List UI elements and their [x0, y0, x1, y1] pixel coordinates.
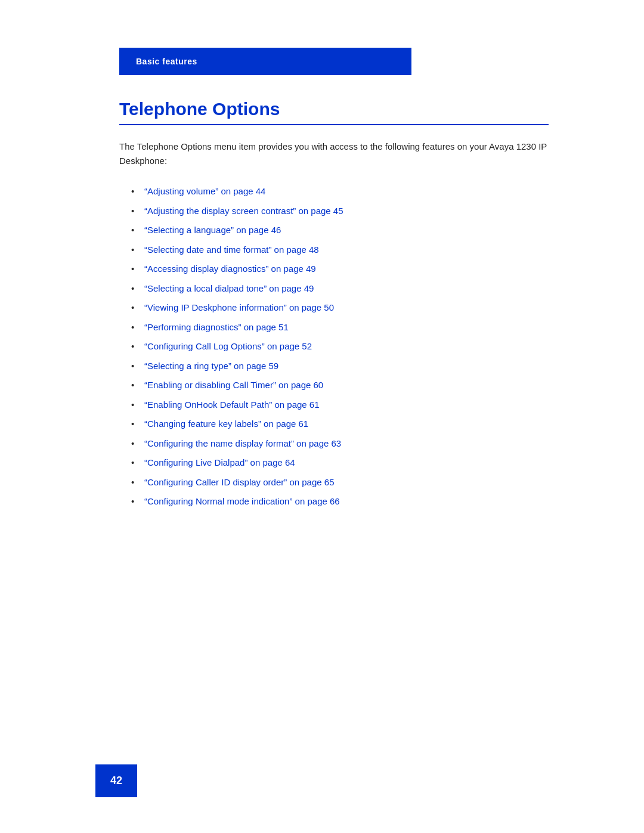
page-number-box: 42	[95, 764, 137, 797]
intro-text: The Telephone Options menu item provides…	[119, 140, 549, 168]
list-item-link[interactable]: “Configuring the name display format” on…	[144, 438, 341, 448]
list-item[interactable]: “Adjusting the display screen contrast” …	[131, 205, 549, 218]
list-item-link[interactable]: “Changing feature key labels” on page 61	[144, 419, 308, 429]
list-item-link[interactable]: “Viewing IP Deskphone information” on pa…	[144, 302, 334, 312]
list-item[interactable]: “Adjusting volume” on page 44	[131, 185, 549, 199]
list-item[interactable]: “Selecting a ring type” on page 59	[131, 360, 549, 373]
header-banner-text: Basic features	[136, 57, 197, 66]
list-item-link[interactable]: “Configuring Call Log Options” on page 5…	[144, 341, 312, 351]
list-item[interactable]: “Enabling OnHook Default Path” on page 6…	[131, 398, 549, 412]
list-item-link[interactable]: “Adjusting the display screen contrast” …	[144, 206, 343, 216]
list-item[interactable]: “Performing diagnostics” on page 51	[131, 321, 549, 335]
list-item-link[interactable]: “Configuring Normal mode indication” on …	[144, 496, 340, 506]
bullet-list: “Adjusting volume” on page 44“Adjusting …	[119, 185, 549, 509]
list-item[interactable]: “Configuring the name display format” on…	[131, 437, 549, 451]
list-item-link[interactable]: “Selecting date and time format” on page…	[144, 244, 319, 255]
list-item[interactable]: “Configuring Call Log Options” on page 5…	[131, 340, 549, 354]
list-item-link[interactable]: “Accessing display diagnostics” on page …	[144, 264, 316, 274]
list-item[interactable]: “Configuring Normal mode indication” on …	[131, 495, 549, 509]
list-item-link[interactable]: “Configuring Caller ID display order” on…	[144, 477, 335, 487]
page-title: Telephone Options	[119, 99, 549, 125]
page-container: Basic features Telephone Options The Tel…	[0, 0, 644, 833]
list-item[interactable]: “Selecting a local dialpad tone” on page…	[131, 282, 549, 296]
list-item[interactable]: “Selecting date and time format” on page…	[131, 243, 549, 257]
list-item-link[interactable]: “Enabling or disabling Call Timer” on pa…	[144, 380, 323, 390]
list-item[interactable]: “Selecting a language” on page 46	[131, 224, 549, 237]
page-number-text: 42	[110, 775, 122, 787]
list-item[interactable]: “Configuring Live Dialpad” on page 64	[131, 456, 549, 470]
list-item-link[interactable]: “Selecting a ring type” on page 59	[144, 361, 278, 371]
list-item[interactable]: “Viewing IP Deskphone information” on pa…	[131, 301, 549, 315]
list-item-link[interactable]: “Selecting a language” on page 46	[144, 225, 281, 235]
list-item-link[interactable]: “Adjusting volume” on page 44	[144, 186, 265, 196]
list-item[interactable]: “Changing feature key labels” on page 61	[131, 417, 549, 431]
list-item-link[interactable]: “Enabling OnHook Default Path” on page 6…	[144, 400, 320, 410]
header-banner: Basic features	[119, 48, 411, 75]
list-item-link[interactable]: “Configuring Live Dialpad” on page 64	[144, 457, 295, 467]
list-item[interactable]: “Enabling or disabling Call Timer” on pa…	[131, 379, 549, 392]
list-item[interactable]: “Accessing display diagnostics” on page …	[131, 262, 549, 276]
list-item[interactable]: “Configuring Caller ID display order” on…	[131, 476, 549, 490]
list-item-link[interactable]: “Selecting a local dialpad tone” on page…	[144, 283, 314, 293]
list-item-link[interactable]: “Performing diagnostics” on page 51	[144, 322, 289, 332]
